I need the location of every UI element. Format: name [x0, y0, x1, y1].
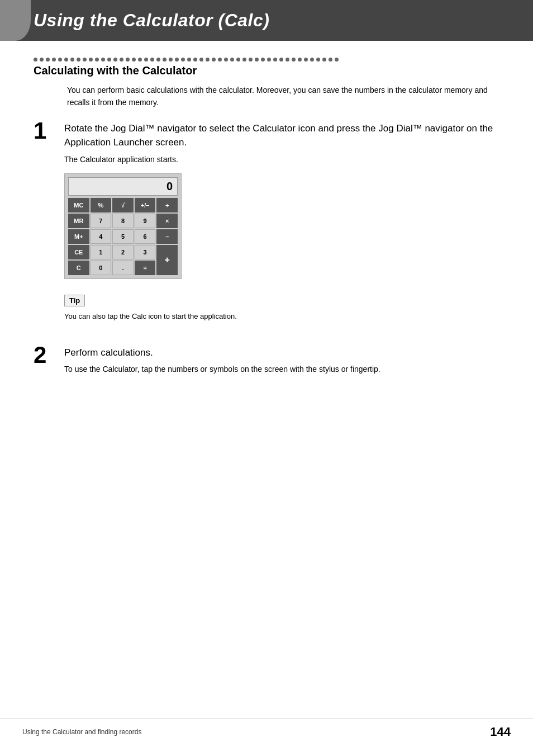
step-1-detail: The Calculator application starts. [64, 153, 499, 166]
calc-btn-mc[interactable]: MC [68, 198, 89, 212]
calc-btn-sqrt[interactable]: √ [112, 198, 134, 212]
calc-btn-9[interactable]: 9 [135, 214, 156, 228]
calc-btn-minus[interactable]: – [156, 229, 178, 244]
step-2-detail: To use the Calculator, tap the numbers o… [64, 363, 499, 375]
calc-btn-0[interactable]: 0 [91, 261, 112, 275]
calc-btn-dot[interactable]: . [112, 261, 134, 275]
calc-btn-4[interactable]: 4 [91, 229, 112, 244]
calc-btn-8[interactable]: 8 [112, 214, 134, 228]
calc-btn-1[interactable]: 1 [91, 245, 112, 259]
footer-text: Using the Calculator and finding records [22, 728, 141, 736]
section-intro: You can perform basic calculations with … [67, 84, 499, 109]
calc-btn-percent[interactable]: % [91, 198, 112, 212]
calc-btn-divide[interactable]: ÷ [156, 198, 178, 212]
tip-text: You can also tap the Calc icon to start … [64, 311, 499, 322]
calc-btn-mr[interactable]: MR [68, 214, 89, 228]
calculator-image: 0 MC % √ +/– ÷ MR 7 8 9 × [64, 173, 182, 279]
calc-btn-equals[interactable]: = [135, 261, 156, 275]
calc-btn-6[interactable]: 6 [135, 229, 156, 244]
step-2-number: 2 [34, 343, 64, 367]
calc-btn-c[interactable]: C [68, 261, 89, 275]
dots-decoration [34, 58, 499, 62]
tip-label: Tip [64, 295, 85, 306]
main-content: Calculating with the Calculator You can … [0, 58, 533, 384]
calc-btn-mplus[interactable]: M+ [68, 229, 89, 244]
page-footer: Using the Calculator and finding records… [0, 719, 533, 745]
calc-btn-3[interactable]: 3 [135, 245, 156, 259]
step-1: 1 Rotate the Jog Dial™ navigator to sele… [34, 121, 499, 334]
step-1-content: Rotate the Jog Dial™ navigator to select… [64, 121, 499, 334]
step-2: 2 Perform calculations. To use the Calcu… [34, 346, 499, 384]
step-1-title: Rotate the Jog Dial™ navigator to select… [64, 121, 499, 150]
page-title: Using the Calculator (Calc) [34, 10, 511, 31]
calc-btn-multiply[interactable]: × [156, 214, 178, 228]
page-header: Using the Calculator (Calc) [0, 0, 533, 41]
calc-buttons: MC % √ +/– ÷ MR 7 8 9 × M+ 4 5 [68, 198, 178, 275]
calc-btn-2[interactable]: 2 [112, 245, 134, 259]
calc-btn-ce[interactable]: CE [68, 245, 89, 259]
calc-btn-plusminus[interactable]: +/– [135, 198, 156, 212]
calculator: 0 MC % √ +/– ÷ MR 7 8 9 × [64, 173, 182, 279]
tip-section: Tip You can also tap the Calc icon to st… [64, 295, 499, 322]
section-title: Calculating with the Calculator [34, 64, 499, 77]
footer-page-number: 144 [490, 725, 511, 739]
calc-btn-plus[interactable]: + [156, 245, 178, 275]
calc-display: 0 [68, 177, 178, 196]
calc-btn-7[interactable]: 7 [91, 214, 112, 228]
section-heading: Calculating with the Calculator [34, 58, 499, 77]
step-1-number: 1 [34, 119, 64, 143]
step-2-title: Perform calculations. [64, 346, 499, 360]
calc-btn-5[interactable]: 5 [112, 229, 134, 244]
step-2-content: Perform calculations. To use the Calcula… [64, 346, 499, 384]
